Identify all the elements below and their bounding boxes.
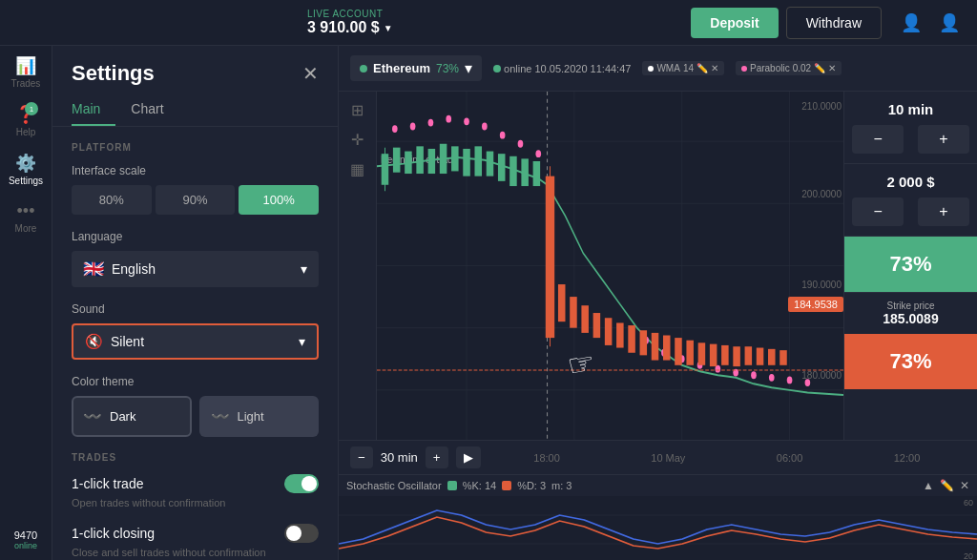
parabolic-close-icon[interactable]: ✕ bbox=[828, 63, 836, 73]
svg-rect-60 bbox=[721, 345, 729, 365]
light-theme-button[interactable]: 〰️ Light bbox=[199, 396, 320, 437]
svg-rect-31 bbox=[393, 148, 401, 173]
osc-edit-button[interactable]: ✏️ bbox=[940, 479, 954, 492]
sound-mute-icon: 🔇 bbox=[85, 333, 103, 350]
svg-rect-42 bbox=[521, 158, 529, 186]
more-icon: ••• bbox=[17, 201, 35, 221]
profile-icon[interactable]: 👤 bbox=[933, 9, 966, 37]
svg-point-25 bbox=[751, 371, 757, 379]
platform-section-label: PLATFORM bbox=[72, 142, 319, 153]
language-dropdown[interactable]: 🇬🇧 English ▾ bbox=[72, 251, 319, 287]
online-label: online bbox=[504, 63, 531, 74]
osc-label: Stochastic Oscillator bbox=[346, 480, 442, 491]
one-click-trade-toggle[interactable] bbox=[284, 474, 319, 493]
sound-dropdown[interactable]: 🔇 Silent ▾ bbox=[72, 323, 319, 360]
help-label: Help bbox=[16, 127, 36, 137]
settings-body: PLATFORM Interface scale 80% 90% 100% La… bbox=[52, 127, 338, 560]
color-theme-label: Color theme bbox=[72, 375, 319, 388]
scale-90-button[interactable]: 90% bbox=[156, 185, 236, 215]
crosshair-tool-icon[interactable]: ✛ bbox=[351, 131, 364, 149]
dark-theme-button[interactable]: 〰️ Dark bbox=[72, 396, 192, 437]
asset-pct: 73% bbox=[436, 62, 459, 75]
amount-minus-button[interactable]: − bbox=[852, 197, 904, 226]
svg-rect-49 bbox=[593, 313, 601, 338]
svg-rect-38 bbox=[475, 146, 483, 176]
osc-controls: ▲ ✏️ ✕ bbox=[923, 479, 969, 492]
online-status-indicator: online 10.05.2020 11:44:47 bbox=[493, 63, 631, 74]
svg-point-27 bbox=[787, 377, 793, 384]
x-label-1: 10 May bbox=[651, 452, 685, 464]
settings-close-button[interactable]: ✕ bbox=[302, 62, 319, 85]
osc-d-color bbox=[502, 481, 511, 490]
asset-selector[interactable]: Ethereum 73% ▾ bbox=[350, 55, 482, 81]
osc-close-button[interactable]: ✕ bbox=[960, 479, 969, 492]
scale-80-button[interactable]: 80% bbox=[72, 185, 152, 215]
avatar-icon[interactable]: 👤 bbox=[895, 9, 927, 37]
call-button[interactable]: 73% bbox=[844, 237, 977, 292]
deposit-button[interactable]: Deposit bbox=[691, 8, 778, 38]
sidebar-item-trades[interactable]: 📊 Trades bbox=[11, 55, 41, 89]
scale-100-button[interactable]: 100% bbox=[239, 185, 319, 215]
tab-chart[interactable]: Chart bbox=[131, 93, 178, 126]
trades-label: Trades bbox=[11, 78, 41, 89]
chart-svg bbox=[377, 92, 843, 440]
wma-label: WMA bbox=[656, 63, 679, 73]
svg-rect-39 bbox=[487, 152, 494, 176]
one-click-closing-toggle[interactable] bbox=[284, 524, 319, 543]
tab-main[interactable]: Main bbox=[72, 93, 115, 126]
main-content: 📊 Trades ❓ 1 Help ⚙️ Settings ••• More 9… bbox=[0, 46, 977, 560]
oscillator-panel: Stochastic Oscillator %K: 14 %D: 3 m: 3 … bbox=[339, 474, 977, 560]
one-click-closing-item: 1-click closing Close and sell trades wi… bbox=[72, 524, 319, 558]
wma-indicator[interactable]: WMA 14 ✏️ ✕ bbox=[642, 61, 724, 75]
asset-status-dot bbox=[360, 65, 367, 73]
time-minus-button[interactable]: − bbox=[852, 125, 904, 154]
account-info: LIVE ACCOUNT 3 910.00 $ ▼ bbox=[307, 9, 393, 36]
timeframe-label: 30 min bbox=[381, 450, 418, 465]
settings-title: Settings bbox=[72, 61, 155, 86]
light-theme-label: Light bbox=[238, 409, 264, 424]
candle-tool-icon[interactable]: ⊞ bbox=[351, 101, 364, 119]
put-button[interactable]: 73% bbox=[844, 334, 977, 389]
withdraw-button[interactable]: Withdraw bbox=[786, 7, 882, 39]
svg-rect-55 bbox=[663, 336, 671, 361]
parabolic-label: Parabolic bbox=[750, 63, 790, 73]
parabolic-edit-icon[interactable]: ✏️ bbox=[814, 63, 825, 73]
svg-rect-36 bbox=[451, 146, 459, 171]
wma-close-icon[interactable]: ✕ bbox=[711, 63, 718, 73]
time-plus-button[interactable]: + bbox=[918, 125, 969, 154]
scale-group: 80% 90% 100% bbox=[72, 185, 319, 215]
sound-dropdown-arrow-icon: ▾ bbox=[299, 334, 305, 349]
sidebar-item-help[interactable]: ❓ 1 Help bbox=[15, 104, 36, 137]
color-theme-group: 〰️ Dark 〰️ Light bbox=[72, 396, 319, 437]
zoom-out-button[interactable]: − bbox=[350, 446, 373, 468]
time-display: 10 min bbox=[852, 101, 969, 117]
svg-rect-61 bbox=[733, 346, 740, 366]
osc-k-color bbox=[447, 481, 457, 490]
svg-rect-53 bbox=[640, 330, 648, 355]
osc-header: Stochastic Oscillator %K: 14 %D: 3 m: 3 … bbox=[339, 475, 977, 496]
wma-edit-icon[interactable]: ✏️ bbox=[696, 63, 708, 73]
light-theme-icon: 〰️ bbox=[211, 407, 230, 425]
svg-rect-56 bbox=[675, 338, 682, 365]
osc-expand-button[interactable]: ▲ bbox=[923, 479, 934, 492]
dark-theme-icon: 〰️ bbox=[83, 407, 102, 425]
one-click-closing-row: 1-click closing bbox=[72, 524, 319, 543]
balance-display: 3 910.00 $ bbox=[307, 19, 380, 36]
one-click-trade-label: 1-click trade bbox=[72, 476, 143, 491]
svg-rect-62 bbox=[745, 346, 753, 365]
sidebar-item-settings[interactable]: ⚙️ Settings bbox=[9, 153, 43, 186]
chart-canvas: 210.0000 200.0000 190.0000 180.0000 Begi… bbox=[377, 92, 843, 440]
amount-plus-button[interactable]: + bbox=[918, 197, 969, 226]
parabolic-indicator[interactable]: Parabolic 0.02 ✏️ ✕ bbox=[736, 61, 842, 75]
forward-button[interactable]: ▶ bbox=[456, 446, 481, 468]
sidebar-item-more[interactable]: ••• More bbox=[15, 201, 37, 234]
grid-tool-icon[interactable]: ▦ bbox=[350, 160, 364, 178]
language-field-label: Language bbox=[72, 230, 319, 243]
zoom-in-button[interactable]: + bbox=[426, 446, 448, 468]
svg-rect-51 bbox=[616, 322, 624, 347]
svg-point-26 bbox=[769, 374, 775, 382]
more-label: More bbox=[15, 223, 37, 234]
svg-rect-59 bbox=[710, 344, 717, 366]
dropdown-arrow-icon[interactable]: ▼ bbox=[384, 23, 393, 33]
osc-chart: 60 20 bbox=[339, 496, 977, 560]
